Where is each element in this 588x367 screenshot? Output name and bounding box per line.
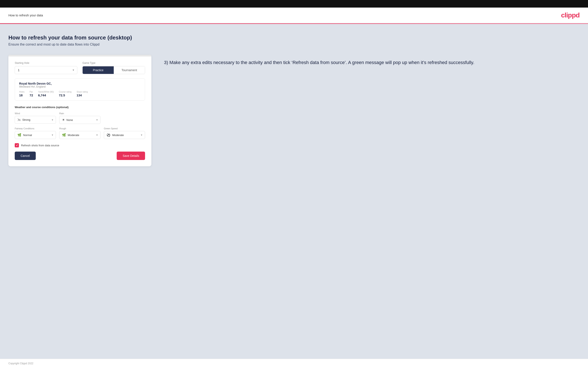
holes-stat: Holes 18 [19,91,25,97]
rain-value: None [66,118,73,122]
refresh-checkbox-row: ✓ Refresh shots from data source [15,143,145,147]
chevron-down-icon: ▼ [51,134,54,136]
fairway-icon: 🌿 [17,133,21,137]
rain-field: Rain ☀ None ▼ [59,112,101,124]
conditions-section-title: Weather and course conditions (optional) [15,106,145,109]
yards-value: 6,744 [38,93,54,97]
top-bar [0,0,588,8]
fairway-label: Fairway Conditions [15,127,56,130]
yards-label: Yards/White (M)) [38,91,54,93]
rain-icon: ☀ [62,118,65,122]
form-buttons: Cancel Save Details [15,152,145,160]
starting-hole-label: Starting Hole [15,61,77,65]
green-speed-label: Green Speed [104,127,145,130]
checkmark-icon: ✓ [16,144,18,147]
cancel-button[interactable]: Cancel [15,152,36,160]
par-stat: Par 72 [30,91,33,97]
rain-select[interactable]: ☀ None ▼ [59,116,101,124]
holes-label: Holes [19,91,25,93]
empty-field [104,112,145,124]
footer: Copyright Clippd 2022 [0,359,588,367]
fairway-field: Fairway Conditions 🌿 Normal ▼ [15,127,56,139]
par-label: Par [30,91,33,93]
tournament-button[interactable]: Tournament [114,66,145,74]
info-text: 3) Make any extra edits necessary to the… [164,59,579,66]
wind-icon: 🌬 [17,118,21,122]
refresh-checkbox-label: Refresh shots from data source [21,144,59,147]
course-rating-stat: Course rating 72.5 [59,91,71,97]
chevron-down-icon: ▼ [96,134,98,136]
card-strip [9,55,151,57]
game-type-label: Game Type [82,61,145,65]
chevron-down-icon: ▼ [51,119,54,121]
course-stats: Holes 18 Par 72 Yards/White (M)) 6,744 C… [19,91,141,97]
course-rating-value: 72.5 [59,93,71,97]
green-speed-field: Green Speed ⚽ Moderate ▼ [104,127,145,139]
holes-value: 18 [19,93,25,97]
save-button[interactable]: Save Details [117,152,145,160]
wind-select[interactable]: 🌬 Strong ▼ [15,116,56,124]
course-rating-label: Course rating [59,91,71,93]
page-subtitle: Ensure the correct and most up to date d… [9,43,579,46]
copyright-text: Copyright Clippd 2022 [9,362,34,365]
logo: clippd [561,11,579,19]
course-conditions-row: Fairway Conditions 🌿 Normal ▼ Rough 🌿 Mo… [15,127,145,139]
course-card: Royal North Devon GC, Westward Ho!, Engl… [15,78,145,100]
weather-row: Wind 🌬 Strong ▼ Rain ☀ None ▼ [15,112,145,124]
green-speed-icon: ⚽ [107,133,111,137]
game-type-toggle: Practice Tournament [82,66,145,74]
breadcrumb: How to refresh your data [9,13,43,17]
form-card: Starting Hole 1 ▼ Game Type Practice Tou… [9,55,151,166]
course-name: Royal North Devon GC, [19,82,141,85]
starting-hole-value: 1 [18,68,19,72]
chevron-down-icon: ▼ [140,134,143,136]
fairway-value: Normal [23,133,32,137]
yards-stat: Yards/White (M)) 6,744 [38,91,54,97]
rain-label: Rain [59,112,101,115]
slope-rating-value: 134 [77,93,88,97]
info-panel: 3) Make any extra edits necessary to the… [164,55,579,66]
refresh-checkbox[interactable]: ✓ [15,143,19,147]
practice-button[interactable]: Practice [83,66,114,74]
fairway-select[interactable]: 🌿 Normal ▼ [15,131,56,139]
game-type-field: Game Type Practice Tournament [82,61,145,74]
slope-rating-label: Slope rating [77,91,88,93]
green-speed-value: Moderate [112,133,124,137]
green-speed-select[interactable]: ⚽ Moderate ▼ [104,131,145,139]
starting-hole-field: Starting Hole 1 ▼ [15,61,77,74]
rough-field: Rough 🌿 Moderate ▼ [59,127,101,139]
wind-field: Wind 🌬 Strong ▼ [15,112,56,124]
rough-value: Moderate [68,133,79,137]
starting-hole-select[interactable]: 1 ▼ [15,66,77,74]
main-content: How to refresh your data from source (de… [0,24,588,359]
wind-label: Wind [15,112,56,115]
header: How to refresh your data clippd [0,8,588,23]
rough-icon: 🌿 [62,133,66,137]
rough-select[interactable]: 🌿 Moderate ▼ [59,131,101,139]
content-area: Starting Hole 1 ▼ Game Type Practice Tou… [9,55,579,166]
chevron-down-icon: ▼ [96,119,98,121]
course-location: Westward Ho!, England [19,85,141,88]
slope-rating-stat: Slope rating 134 [77,91,88,97]
wind-value: Strong [22,118,30,121]
top-fields: Starting Hole 1 ▼ Game Type Practice Tou… [15,61,145,74]
chevron-down-icon: ▼ [72,69,75,72]
par-value: 72 [30,93,33,97]
page-title: How to refresh your data from source (de… [9,34,579,41]
rough-label: Rough [59,127,101,130]
